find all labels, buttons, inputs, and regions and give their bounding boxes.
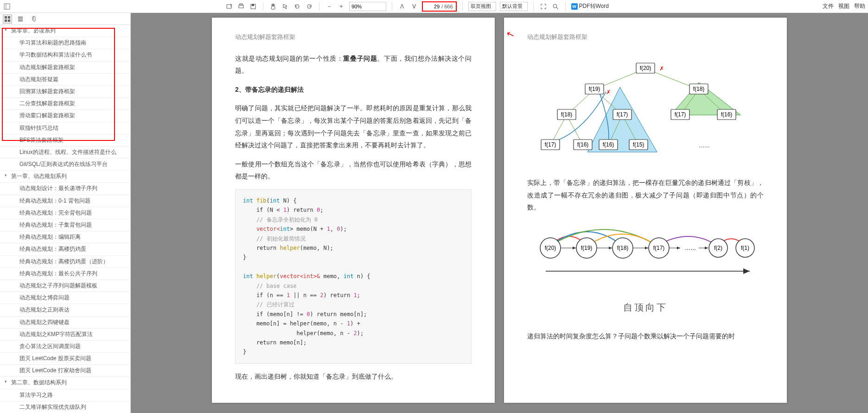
page-header: 动态规划解题套路框架: [235, 32, 472, 43]
outline-item[interactable]: 算法学习之路: [0, 389, 130, 401]
svg-text:f(18): f(18): [693, 86, 705, 92]
diagram-caption: 自顶向下: [527, 299, 764, 316]
svg-text:f(18): f(18): [617, 245, 629, 251]
outline-item[interactable]: 动态规划设计：最长递增子序列: [0, 183, 130, 195]
outline-item[interactable]: Linux的进程、线程、文件描述符是什么: [0, 146, 130, 159]
rotate-cw-icon[interactable]: [305, 2, 313, 11]
outline-item[interactable]: 经典动态规划：高楼扔鸡蛋: [0, 243, 130, 255]
paragraph: 明确了问题，其实就已经把问题解决了一半。即然耗时的原因是重复计算，那么我们可以造…: [235, 102, 472, 151]
paragraph: 这就是动态规划问题的第一个性质：重叠子问题。下面，我们想办法解决这个问题。: [235, 52, 472, 77]
heading: 2、带备忘录的递归解法: [235, 83, 472, 96]
svg-text:f(16): f(16): [577, 141, 589, 148]
svg-text:✗: ✗: [606, 89, 611, 95]
svg-text:……: ……: [685, 245, 696, 251]
outline-item[interactable]: 团灭 LeetCode 打家劫舍问题: [0, 365, 130, 377]
zoom-in-icon[interactable]: +: [337, 2, 345, 11]
sidebar-tabs: [0, 13, 130, 25]
page-left: 动态规划解题套路框架 这就是动态规划问题的第一个性质：重叠子问题。下面，我们想办…: [212, 18, 495, 403]
code-block: int fib(int N) { if (N < 1) return 0; //…: [235, 189, 472, 364]
svg-text:f(18): f(18): [561, 111, 573, 118]
outline-item[interactable]: 团灭 LeetCode 股票买卖问题: [0, 353, 130, 365]
chain-diagram: f(20) f(19) f(18) f(17) …… f(2) f(1): [527, 220, 764, 290]
outline-item[interactable]: 双指针技巧总结: [0, 122, 130, 134]
svg-text:f(15): f(15): [633, 141, 645, 148]
pdf-to-word-button[interactable]: W PDF转Word: [571, 2, 609, 10]
save-icon[interactable]: [249, 2, 257, 11]
outline-item[interactable]: 动态规划解题套路框架: [0, 62, 130, 74]
outline-item[interactable]: 动态规划之四键键盘: [0, 317, 130, 329]
fullscreen-icon[interactable]: [539, 2, 548, 11]
outline-item[interactable]: 经典动态规划：最长公共子序列: [0, 268, 130, 280]
paragraph: 现在，画出递归树，你就知道「备忘录」到底做了什么。: [235, 370, 472, 383]
svg-rect-5: [252, 4, 254, 6]
svg-rect-11: [8, 19, 10, 22]
paragraph: 一般使用一个数组充当这个「备忘录」，当然你也可以使用哈希表（字典），思想都是一样…: [235, 158, 472, 183]
outline-chapter-1[interactable]: 第一章、动态规划系列: [0, 171, 130, 183]
print-icon[interactable]: [237, 2, 245, 11]
cursor-icon[interactable]: [281, 2, 289, 11]
svg-rect-2: [239, 5, 243, 8]
outline-item[interactable]: 动态规划之KMP字符匹配算法: [0, 329, 130, 341]
outline-panel[interactable]: 第零章、必读系列 学习算法和刷题的思路指南 学习数据结构和算法读什么书 动态规划…: [0, 25, 130, 413]
outline-item[interactable]: 经典动态规划：子集背包问题: [0, 219, 130, 231]
outline-item[interactable]: BFS算法套路框架: [0, 134, 130, 146]
page-right: 动态规划解题套路框架 ✗ ✗ f(20) f(19) f(18): [504, 18, 787, 403]
svg-rect-10: [5, 19, 7, 22]
view-mode-select[interactable]: 双页视图: [468, 2, 496, 11]
svg-text:f(19): f(19): [589, 86, 600, 92]
zoom-input[interactable]: [349, 2, 386, 11]
open-icon[interactable]: [225, 2, 233, 11]
svg-text:f(17): f(17): [545, 141, 556, 148]
page-up-icon[interactable]: ᐱ: [398, 2, 406, 11]
word-icon: W: [571, 3, 578, 10]
page-total-label: / 666: [440, 4, 454, 9]
hand-icon[interactable]: [269, 2, 277, 11]
outline-item[interactable]: Git/SQL/正则表达式的在线练习平台: [0, 159, 130, 171]
rotate-ccw-icon[interactable]: [293, 2, 301, 11]
svg-rect-3: [240, 4, 243, 5]
menu-help[interactable]: 帮助: [854, 2, 865, 10]
svg-text:✗: ✗: [659, 65, 664, 72]
outline-item[interactable]: 二分查找解题套路框架: [0, 98, 130, 110]
outline-item[interactable]: 回溯算法解题套路框架: [0, 86, 130, 98]
zoom-out-icon[interactable]: −: [325, 2, 333, 11]
outline-item[interactable]: 经典动态规划：高楼扔鸡蛋（进阶）: [0, 256, 130, 268]
menu-view[interactable]: 视图: [838, 2, 849, 10]
tab-outline-icon[interactable]: [16, 14, 25, 24]
panel-toggle-icon[interactable]: [3, 2, 11, 11]
search-icon[interactable]: [551, 2, 560, 11]
page-down-icon[interactable]: ᐯ: [410, 2, 418, 11]
outline-item[interactable]: 二叉堆详解实现优先级队列: [0, 401, 130, 413]
outline-item[interactable]: 经典动态规划：0-1 背包问题: [0, 195, 130, 207]
outline-item[interactable]: 动态规划之子序列问题解题模板: [0, 280, 130, 292]
outline-item[interactable]: 学习数据结构和算法读什么书: [0, 49, 130, 61]
outline-item[interactable]: 动态规划答疑篇: [0, 74, 130, 86]
outline-item[interactable]: 经典动态规划：完全背包问题: [0, 207, 130, 219]
outline-item[interactable]: 贪心算法之区间调度问题: [0, 341, 130, 353]
outline-item[interactable]: 动态规划之博弈问题: [0, 292, 130, 304]
outline-item[interactable]: 动态规划之正则表达: [0, 304, 130, 316]
svg-text:……: ……: [699, 142, 710, 149]
outline-chapter-2[interactable]: 第二章、数据结构系列: [0, 377, 130, 389]
sidebar: 第零章、必读系列 学习算法和刷题的思路指南 学习数据结构和算法读什么书 动态规划…: [0, 13, 131, 413]
svg-rect-0: [4, 4, 10, 9]
tab-thumbnails-icon[interactable]: [3, 14, 12, 24]
svg-point-6: [553, 4, 557, 8]
outline-item[interactable]: 学习算法和刷题的思路指南: [0, 37, 130, 49]
svg-text:f(20): f(20): [545, 245, 556, 251]
page-header: 动态规划解题套路框架: [527, 32, 764, 43]
svg-text:f(17): f(17): [617, 111, 628, 118]
page-current-input[interactable]: [424, 4, 440, 9]
svg-text:f(17): f(17): [675, 111, 686, 118]
svg-text:f(2): f(2): [714, 245, 722, 251]
menu-file[interactable]: 文件: [823, 2, 834, 10]
outline-item[interactable]: 经典动态规划：编辑距离: [0, 231, 130, 243]
bg-mode-select[interactable]: 默认背景: [500, 2, 528, 11]
svg-text:f(1): f(1): [741, 245, 749, 251]
outline-item[interactable]: 滑动窗口解题套路框架: [0, 110, 130, 122]
outline-chapter-0[interactable]: 第零章、必读系列: [0, 25, 130, 37]
paragraph: 实际上，带「备忘录」的递归算法，把一棵存在巨量冗余的递归树通过「剪枝」，改造成了…: [527, 177, 764, 214]
tab-attachments-icon[interactable]: [29, 14, 38, 24]
content-area[interactable]: ↖ 动态规划解题套路框架 这就是动态规划问题的第一个性质：重叠子问题。下面，我们…: [131, 13, 868, 413]
svg-text:f(16): f(16): [721, 111, 733, 118]
